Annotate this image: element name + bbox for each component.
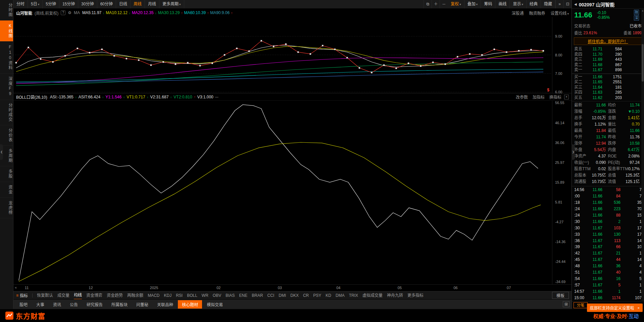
- bottom-tab-core-themes[interactable]: 核心题材: [178, 300, 202, 309]
- sidebar-item-time-trades[interactable]: 分时成交: [0, 100, 13, 125]
- indicator-tab-brar[interactable]: BRAR: [252, 292, 263, 299]
- sidebar-item-funds[interactable]: 资金: [0, 182, 13, 198]
- kline-chart-area[interactable]: $: [13, 17, 552, 93]
- indicator-tab-wr[interactable]: WR: [202, 292, 208, 299]
- indicator-tab-shenzhou-nine[interactable]: 神舟九转: [387, 292, 403, 299]
- period-button-60min[interactable]: 60分钟: [97, 0, 116, 8]
- open-account-link[interactable]: 抓住机会，即刻开户！: [588, 39, 628, 44]
- indicator-tab-volume[interactable]: 成交量: [57, 292, 69, 299]
- panel-collapse-handle[interactable]: ❯: [572, 144, 575, 160]
- period-button-daily[interactable]: 日线: [116, 0, 131, 8]
- shenzhen-connect-link[interactable]: 深股通: [511, 10, 524, 16]
- period-button-weekly[interactable]: 周线: [131, 0, 145, 8]
- sidebar-item-dragon-tiger[interactable]: 龙虎榜: [0, 198, 13, 218]
- trend-arrow-icon: ↑: [207, 11, 209, 15]
- indicator-tab-cr[interactable]: CR: [303, 292, 309, 299]
- tool-button-overlay[interactable]: 叠加▾: [464, 0, 481, 8]
- dollar-marker[interactable]: $: [547, 88, 549, 92]
- indicator-tab-dmi[interactable]: DMI: [279, 292, 286, 299]
- sidebar-item-f10-info[interactable]: F10资料: [0, 42, 13, 74]
- tab-tick-detail[interactable]: 分笔: [574, 302, 588, 308]
- eastmoney-logo[interactable]: 东方财富: [5, 311, 45, 321]
- indicator-tab-dma[interactable]: DMA: [336, 292, 345, 299]
- indicator-tab-margin-balance[interactable]: 两融余额: [127, 292, 143, 299]
- fullscreen-icon[interactable]: ⊡: [563, 0, 572, 8]
- bottom-tab-guba[interactable]: 股吧: [15, 300, 32, 309]
- indicator-tab-rsi[interactable]: RSI: [176, 292, 183, 299]
- indicator-tab-boll[interactable]: BOLL: [187, 292, 197, 299]
- switch-indicator-button[interactable]: 换指标: [549, 94, 561, 100]
- bottom-tab-sectors[interactable]: 所属板块: [107, 300, 132, 309]
- scroll-left-icon[interactable]: «: [15, 285, 17, 289]
- indicator-tab-virtual-volume[interactable]: 虚拟成交量: [362, 292, 383, 299]
- bottom-tab-events[interactable]: 大事: [32, 300, 48, 309]
- indicator-tab-cci[interactable]: CCI: [267, 292, 275, 299]
- back-icon[interactable]: ◀: [574, 2, 577, 6]
- tool-button-display[interactable]: 显示▾: [510, 0, 527, 8]
- indicator-tab-dkx[interactable]: DKX: [290, 292, 299, 299]
- help-icon[interactable]: ?: [61, 10, 65, 15]
- close-icon[interactable]: ×: [638, 306, 640, 310]
- period-button-30min[interactable]: 30分钟: [78, 0, 97, 8]
- bottom-tab-announcements[interactable]: 公告: [66, 300, 82, 309]
- bottom-tab-sim-trading[interactable]: 模拟交易: [203, 300, 227, 309]
- indicator-tab-more-indicators[interactable]: 更多指标: [407, 292, 424, 299]
- zoom-out-icon[interactable]: ─: [440, 0, 448, 8]
- ma-settings-link[interactable]: 设置均线▾: [550, 10, 569, 16]
- tool-button-hide[interactable]: 隐藏: [541, 0, 555, 8]
- indicator-tab-bias[interactable]: BIAS: [226, 292, 235, 299]
- pip-icon[interactable]: ⧉: [424, 0, 432, 8]
- indicator-tab-restore-default[interactable]: 恢复默认: [37, 292, 53, 299]
- sidebar-item-depth-f9[interactable]: 深度F9: [0, 74, 13, 100]
- indicator-tab-fund-game[interactable]: 资金博弈: [86, 292, 102, 299]
- sidebar-item-time-chart[interactable]: 分时图: [0, 0, 13, 20]
- scroll-up-icon[interactable]: ▲: [641, 9, 644, 12]
- panel-scrollbar[interactable]: ▲: [641, 9, 644, 302]
- notification-toast[interactable]: 底部栏支持自定义设置啦 ×: [587, 304, 643, 312]
- asi-indicator-chart[interactable]: [13, 101, 552, 284]
- ma-value: MA20:12.35: [132, 10, 154, 15]
- bottom-tab-research[interactable]: 研究报告: [83, 300, 107, 309]
- tool-button-draw[interactable]: 画线: [495, 0, 510, 8]
- gear-icon[interactable]: ⚙: [68, 10, 71, 15]
- main-kline-chart[interactable]: [13, 17, 552, 93]
- tool-button-classic[interactable]: 经典: [527, 0, 541, 8]
- sidebar-item-multi-stock[interactable]: 多股: [0, 166, 13, 182]
- left-edge-handle[interactable]: ❮: [0, 144, 3, 160]
- scrollbar-thumb[interactable]: [642, 44, 644, 82]
- indicator-tab-ma[interactable]: 均线: [74, 291, 82, 300]
- indicator-tab-trix[interactable]: TRIX: [349, 292, 358, 299]
- bottom-tab-ask-secretary[interactable]: 问董秘: [132, 300, 152, 309]
- indicator-chart-area[interactable]: [13, 101, 552, 284]
- period-button-15min[interactable]: 15分钟: [59, 0, 78, 8]
- tick-list[interactable]: 14:5611.66587:0011.66847:1811.6653635:24…: [572, 186, 644, 302]
- x-axis-label: 03: [278, 286, 282, 290]
- close-indicator-icon[interactable]: ×: [564, 95, 569, 99]
- period-button-more-periods[interactable]: 更多周期▾: [159, 0, 184, 8]
- indicator-tab-macd[interactable]: MACD: [148, 292, 159, 299]
- indicator-tab-ene[interactable]: ENE: [239, 292, 248, 299]
- tool-button-chips[interactable]: 筹码: [481, 0, 495, 8]
- indicator-tab-kdj[interactable]: KDJ: [164, 292, 171, 299]
- sidebar-item-kline-chart[interactable]: K线图: [0, 20, 13, 42]
- indicator-tab-kd[interactable]: KD: [326, 292, 331, 299]
- bottom-tab-news[interactable]: 资讯: [49, 300, 65, 309]
- bottom-tab-related[interactable]: 关联品种: [153, 300, 177, 309]
- sidebar-item-price-table[interactable]: 分价表: [0, 125, 13, 146]
- grid-layout-icon[interactable]: ⊞: [563, 301, 569, 307]
- indicator-tab-obv[interactable]: OBV: [213, 292, 221, 299]
- template-button[interactable]: 模板: [552, 292, 569, 299]
- collapse-toolbar-icon[interactable]: »: [555, 0, 563, 8]
- margin-link[interactable]: 融资融券: [529, 10, 545, 16]
- period-button-monthly[interactable]: 月线: [145, 0, 159, 8]
- indicator-tab-psy[interactable]: PSY: [313, 292, 321, 299]
- tick-volume: 223: [602, 206, 621, 211]
- period-button-5min[interactable]: 5分钟: [43, 0, 59, 8]
- period-button-5day[interactable]: 5日▾: [28, 0, 43, 8]
- add-indicator-button[interactable]: 加指标: [533, 94, 545, 100]
- period-button-time-share[interactable]: 分时: [13, 0, 28, 8]
- change-params-button[interactable]: 改参数: [516, 94, 528, 100]
- indicator-tab-fund-trend[interactable]: 资金趋势: [107, 292, 123, 299]
- tool-button-adjust[interactable]: 复权▾: [448, 0, 464, 8]
- zoom-in-icon[interactable]: ＋: [432, 0, 440, 8]
